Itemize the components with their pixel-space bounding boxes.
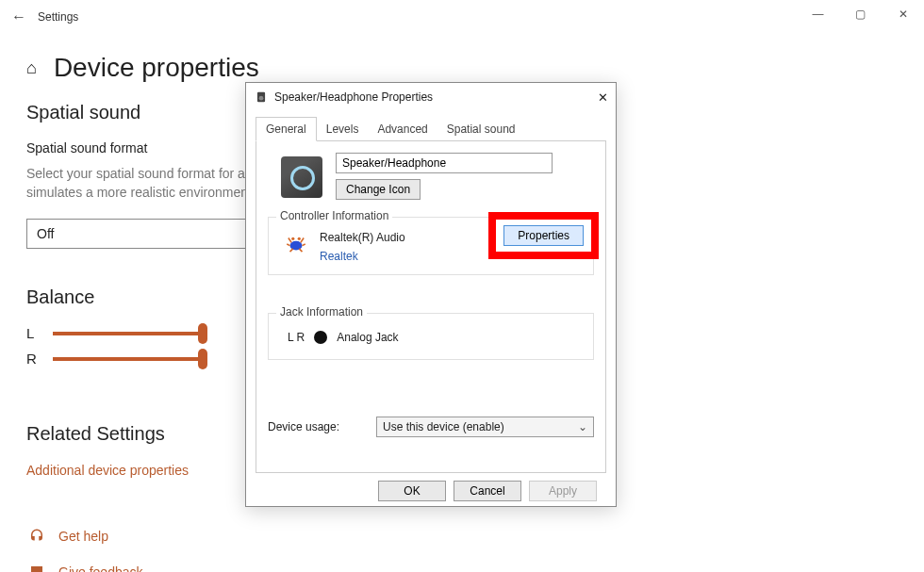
controller-properties-button[interactable]: Properties	[503, 225, 584, 246]
dialog-titlebar[interactable]: Speaker/Headphone Properties ✕	[246, 83, 616, 111]
tab-advanced[interactable]: Advanced	[368, 118, 437, 140]
svg-point-3	[291, 237, 294, 240]
page-header: ⌂ Device properties	[0, 53, 924, 83]
jack-label: Analog Jack	[337, 331, 398, 344]
device-usage-label: Device usage:	[268, 420, 376, 433]
slider-thumb-icon[interactable]	[198, 323, 207, 344]
device-icon	[281, 156, 322, 198]
dialog-title: Speaker/Headphone Properties	[274, 90, 433, 104]
minimize-button[interactable]: —	[797, 0, 839, 28]
controller-vendor-link[interactable]: Realtek	[320, 250, 405, 263]
balance-right-slider[interactable]	[53, 357, 204, 361]
app-name: Settings	[38, 10, 78, 24]
apply-button[interactable]: Apply	[529, 481, 597, 501]
ok-button[interactable]: OK	[378, 481, 446, 501]
slider-thumb-icon[interactable]	[198, 349, 207, 369]
jack-info-legend: Jack Information	[276, 305, 367, 319]
page-title: Device properties	[54, 53, 259, 83]
balance-left-label: L	[26, 325, 53, 341]
jack-information-group: Jack Information L R Analog Jack	[268, 313, 594, 360]
controller-information-group: Controller Information Realtek(R) Audio …	[268, 217, 594, 275]
dialog-tabs: General Levels Advanced Spatial sound	[256, 117, 606, 141]
realtek-crab-icon	[282, 231, 310, 257]
speaker-properties-dialog: Speaker/Headphone Properties ✕ General L…	[245, 82, 617, 507]
tab-panel-general: Change Icon Controller Information Realt…	[256, 141, 606, 473]
controller-info-legend: Controller Information	[276, 209, 392, 222]
cancel-button[interactable]: Cancel	[454, 481, 521, 501]
feedback-icon	[26, 562, 47, 572]
properties-highlight-box: Properties	[488, 212, 599, 259]
balance-left-slider[interactable]	[53, 332, 204, 335]
additional-device-properties-link[interactable]: Additional device properties	[26, 463, 189, 478]
tab-levels[interactable]: Levels	[317, 118, 369, 140]
balance-right-label: R	[26, 351, 53, 367]
change-icon-button[interactable]: Change Icon	[336, 179, 421, 200]
back-button[interactable]: ←	[11, 8, 38, 25]
get-help-link[interactable]: Get help	[58, 529, 108, 544]
svg-point-1	[259, 96, 264, 101]
jack-color-icon	[314, 331, 327, 344]
speaker-title-icon	[254, 90, 269, 105]
svg-point-4	[298, 237, 301, 240]
maximize-button[interactable]: ▢	[839, 0, 882, 28]
dialog-close-button[interactable]: ✕	[598, 90, 608, 105]
device-name-input[interactable]	[336, 153, 553, 173]
device-usage-row: Device usage: Use this device (enable)	[268, 417, 594, 437]
device-usage-dropdown[interactable]: Use this device (enable)	[376, 417, 594, 437]
tab-general[interactable]: General	[256, 117, 317, 141]
tab-spatial-sound[interactable]: Spatial sound	[437, 118, 525, 140]
settings-titlebar: ← Settings — ▢ ✕	[0, 0, 924, 34]
home-icon[interactable]: ⌂	[26, 58, 37, 78]
spatial-sound-format-value: Off	[37, 226, 54, 241]
jack-channels: L R	[288, 331, 305, 344]
give-feedback-link[interactable]: Give feedback	[58, 564, 143, 572]
device-usage-value: Use this device (enable)	[383, 420, 504, 433]
close-window-button[interactable]: ✕	[882, 0, 924, 28]
controller-name: Realtek(R) Audio	[320, 231, 405, 244]
help-icon	[26, 526, 47, 547]
